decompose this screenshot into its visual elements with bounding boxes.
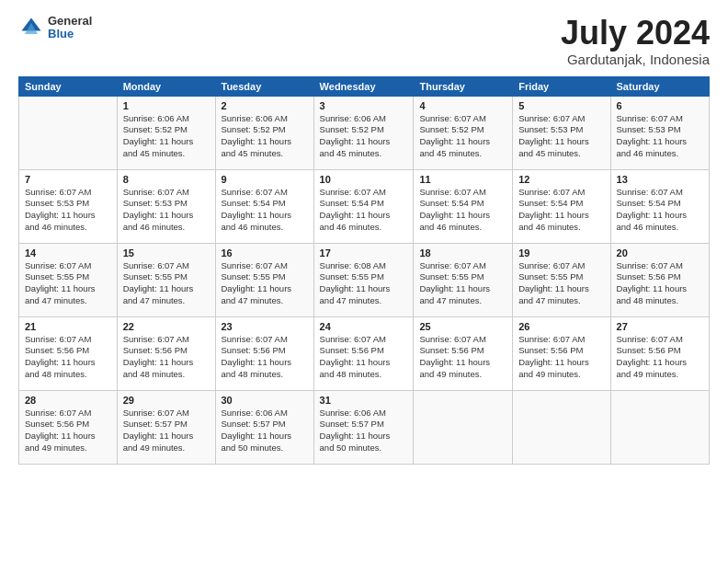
table-cell: 4Sunrise: 6:07 AM Sunset: 5:52 PM Daylig… bbox=[414, 96, 513, 169]
col-wednesday: Wednesday bbox=[313, 76, 414, 96]
day-info: Sunrise: 6:07 AM Sunset: 5:56 PM Dayligh… bbox=[25, 408, 111, 454]
table-cell: 12Sunrise: 6:07 AM Sunset: 5:54 PM Dayli… bbox=[513, 169, 610, 243]
day-number: 27 bbox=[617, 321, 703, 332]
day-number: 21 bbox=[25, 321, 111, 332]
logo-general-text: General bbox=[48, 15, 92, 28]
day-number: 4 bbox=[419, 100, 506, 111]
day-info: Sunrise: 6:07 AM Sunset: 5:55 PM Dayligh… bbox=[518, 260, 604, 307]
title-block: July 2024 Gardutanjak, Indonesia bbox=[561, 15, 710, 67]
table-cell: 29Sunrise: 6:07 AM Sunset: 5:57 PM Dayli… bbox=[117, 390, 215, 464]
day-number: 25 bbox=[419, 321, 506, 332]
day-number: 6 bbox=[617, 100, 703, 111]
day-number: 5 bbox=[518, 100, 604, 111]
day-number: 23 bbox=[222, 321, 308, 332]
day-number: 2 bbox=[222, 100, 308, 111]
day-info: Sunrise: 6:07 AM Sunset: 5:53 PM Dayligh… bbox=[518, 113, 604, 160]
table-cell bbox=[414, 390, 513, 464]
day-info: Sunrise: 6:07 AM Sunset: 5:56 PM Dayligh… bbox=[617, 334, 703, 381]
col-monday: Monday bbox=[117, 76, 215, 96]
table-cell: 25Sunrise: 6:07 AM Sunset: 5:56 PM Dayli… bbox=[414, 316, 513, 390]
col-sunday: Sunday bbox=[19, 76, 118, 96]
table-cell: 20Sunrise: 6:07 AM Sunset: 5:56 PM Dayli… bbox=[610, 243, 709, 316]
table-cell: 17Sunrise: 6:08 AM Sunset: 5:55 PM Dayli… bbox=[313, 243, 414, 316]
day-info: Sunrise: 6:07 AM Sunset: 5:54 PM Dayligh… bbox=[617, 187, 703, 234]
day-info: Sunrise: 6:07 AM Sunset: 5:53 PM Dayligh… bbox=[123, 187, 210, 234]
week-row-2: 7Sunrise: 6:07 AM Sunset: 5:53 PM Daylig… bbox=[19, 169, 710, 243]
day-number: 15 bbox=[123, 247, 210, 259]
day-number: 10 bbox=[320, 174, 408, 185]
week-row-5: 28Sunrise: 6:07 AM Sunset: 5:56 PM Dayli… bbox=[19, 390, 710, 464]
table-cell bbox=[19, 96, 118, 169]
day-info: Sunrise: 6:07 AM Sunset: 5:56 PM Dayligh… bbox=[25, 334, 111, 381]
day-info: Sunrise: 6:07 AM Sunset: 5:54 PM Dayligh… bbox=[222, 187, 308, 234]
table-cell: 6Sunrise: 6:07 AM Sunset: 5:53 PM Daylig… bbox=[610, 96, 709, 169]
day-number: 7 bbox=[25, 174, 111, 185]
col-thursday: Thursday bbox=[414, 76, 513, 96]
table-cell: 15Sunrise: 6:07 AM Sunset: 5:55 PM Dayli… bbox=[117, 243, 215, 316]
table-cell: 31Sunrise: 6:06 AM Sunset: 5:57 PM Dayli… bbox=[313, 390, 414, 464]
table-cell: 8Sunrise: 6:07 AM Sunset: 5:53 PM Daylig… bbox=[117, 169, 215, 243]
day-info: Sunrise: 6:07 AM Sunset: 5:54 PM Dayligh… bbox=[419, 187, 506, 234]
table-cell: 21Sunrise: 6:07 AM Sunset: 5:56 PM Dayli… bbox=[19, 316, 118, 390]
week-row-3: 14Sunrise: 6:07 AM Sunset: 5:55 PM Dayli… bbox=[19, 243, 710, 316]
day-number: 22 bbox=[123, 321, 210, 332]
day-info: Sunrise: 6:07 AM Sunset: 5:56 PM Dayligh… bbox=[419, 334, 506, 381]
col-tuesday: Tuesday bbox=[215, 76, 313, 96]
page: General Blue July 2024 Gardutanjak, Indo… bbox=[0, 0, 728, 563]
day-number: 17 bbox=[320, 247, 408, 259]
table-cell bbox=[610, 390, 709, 464]
day-number: 20 bbox=[617, 247, 703, 259]
day-number: 29 bbox=[123, 395, 210, 406]
day-number: 31 bbox=[320, 395, 408, 406]
col-friday: Friday bbox=[513, 76, 610, 96]
table-cell: 16Sunrise: 6:07 AM Sunset: 5:55 PM Dayli… bbox=[215, 243, 313, 316]
logo-blue-text: Blue bbox=[48, 28, 92, 40]
table-cell: 3Sunrise: 6:06 AM Sunset: 5:52 PM Daylig… bbox=[313, 96, 414, 169]
day-number: 26 bbox=[518, 321, 604, 332]
day-number: 9 bbox=[222, 174, 308, 185]
table-cell bbox=[513, 390, 610, 464]
table-cell: 28Sunrise: 6:07 AM Sunset: 5:56 PM Dayli… bbox=[19, 390, 118, 464]
day-info: Sunrise: 6:07 AM Sunset: 5:55 PM Dayligh… bbox=[25, 260, 111, 307]
table-cell: 19Sunrise: 6:07 AM Sunset: 5:55 PM Dayli… bbox=[513, 243, 610, 316]
logo-icon bbox=[18, 15, 44, 40]
day-number: 16 bbox=[222, 247, 308, 259]
day-info: Sunrise: 6:07 AM Sunset: 5:55 PM Dayligh… bbox=[419, 260, 506, 307]
table-cell: 24Sunrise: 6:07 AM Sunset: 5:56 PM Dayli… bbox=[313, 316, 414, 390]
day-info: Sunrise: 6:07 AM Sunset: 5:56 PM Dayligh… bbox=[617, 260, 703, 307]
header: General Blue July 2024 Gardutanjak, Indo… bbox=[18, 15, 710, 67]
day-info: Sunrise: 6:06 AM Sunset: 5:57 PM Dayligh… bbox=[222, 408, 308, 454]
calendar-table: Sunday Monday Tuesday Wednesday Thursday… bbox=[18, 76, 710, 465]
day-number: 1 bbox=[123, 100, 210, 111]
table-cell: 27Sunrise: 6:07 AM Sunset: 5:56 PM Dayli… bbox=[610, 316, 709, 390]
day-number: 11 bbox=[419, 174, 506, 185]
table-cell: 14Sunrise: 6:07 AM Sunset: 5:55 PM Dayli… bbox=[19, 243, 118, 316]
day-info: Sunrise: 6:06 AM Sunset: 5:52 PM Dayligh… bbox=[222, 113, 308, 160]
day-number: 24 bbox=[320, 321, 408, 332]
table-cell: 2Sunrise: 6:06 AM Sunset: 5:52 PM Daylig… bbox=[215, 96, 313, 169]
day-number: 12 bbox=[518, 174, 604, 185]
day-info: Sunrise: 6:07 AM Sunset: 5:54 PM Dayligh… bbox=[518, 187, 604, 234]
table-cell: 9Sunrise: 6:07 AM Sunset: 5:54 PM Daylig… bbox=[215, 169, 313, 243]
table-cell: 18Sunrise: 6:07 AM Sunset: 5:55 PM Dayli… bbox=[414, 243, 513, 316]
day-number: 18 bbox=[419, 247, 506, 259]
day-info: Sunrise: 6:07 AM Sunset: 5:54 PM Dayligh… bbox=[320, 187, 408, 234]
table-cell: 10Sunrise: 6:07 AM Sunset: 5:54 PM Dayli… bbox=[313, 169, 414, 243]
col-saturday: Saturday bbox=[610, 76, 709, 96]
day-info: Sunrise: 6:07 AM Sunset: 5:53 PM Dayligh… bbox=[25, 187, 111, 234]
day-info: Sunrise: 6:07 AM Sunset: 5:56 PM Dayligh… bbox=[518, 334, 604, 381]
day-info: Sunrise: 6:07 AM Sunset: 5:55 PM Dayligh… bbox=[123, 260, 210, 307]
table-cell: 13Sunrise: 6:07 AM Sunset: 5:54 PM Dayli… bbox=[610, 169, 709, 243]
logo-text: General Blue bbox=[48, 15, 92, 41]
day-info: Sunrise: 6:06 AM Sunset: 5:57 PM Dayligh… bbox=[320, 408, 408, 454]
table-cell: 23Sunrise: 6:07 AM Sunset: 5:56 PM Dayli… bbox=[215, 316, 313, 390]
day-info: Sunrise: 6:07 AM Sunset: 5:53 PM Dayligh… bbox=[617, 113, 703, 160]
day-number: 28 bbox=[25, 395, 111, 406]
day-info: Sunrise: 6:07 AM Sunset: 5:56 PM Dayligh… bbox=[320, 334, 408, 381]
header-row: Sunday Monday Tuesday Wednesday Thursday… bbox=[19, 76, 710, 96]
day-info: Sunrise: 6:07 AM Sunset: 5:55 PM Dayligh… bbox=[222, 260, 308, 307]
day-info: Sunrise: 6:07 AM Sunset: 5:52 PM Dayligh… bbox=[419, 113, 506, 160]
table-cell: 5Sunrise: 6:07 AM Sunset: 5:53 PM Daylig… bbox=[513, 96, 610, 169]
logo: General Blue bbox=[18, 15, 92, 41]
day-info: Sunrise: 6:06 AM Sunset: 5:52 PM Dayligh… bbox=[320, 113, 408, 160]
